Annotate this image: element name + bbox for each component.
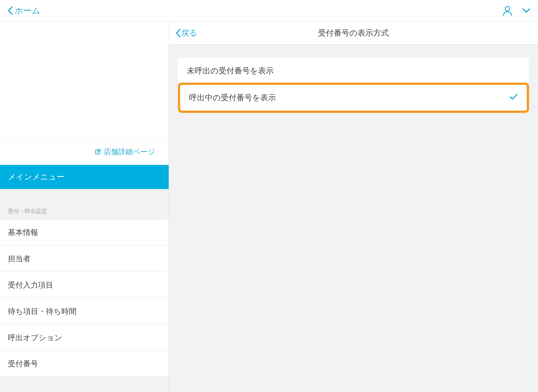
app-header: ホーム [0,0,538,22]
main-menu-label: メインメニュー [8,172,64,182]
option-card-calling: 呼出中の受付番号を表示 [180,85,527,111]
sidebar-item-call-options[interactable]: 呼出オプション [0,324,169,351]
option-uncalled[interactable]: 未呼出の受付番号を表示 [178,58,529,84]
sidebar-gap [0,189,169,207]
home-link[interactable]: ホーム [8,5,40,17]
header-actions [503,6,530,16]
page-title: 受付番号の表示方式 [318,28,389,38]
content-pane: 戻る 受付番号の表示方式 未呼出の受付番号を表示 呼出中の受付番号を表示 [169,22,538,392]
back-button[interactable]: 戻る [176,28,197,38]
sidebar-item-wait-items[interactable]: 待ち項目・待ち時間 [0,298,169,324]
chevron-down-icon[interactable] [522,8,530,13]
content-header: 戻る 受付番号の表示方式 [169,22,538,45]
highlight-frame: 呼出中の受付番号を表示 [178,83,529,113]
sidebar-item-staff[interactable]: 担当者 [0,245,169,272]
sidebar-store-area [0,22,169,139]
sidebar-item-basic-info[interactable]: 基本情報 [0,219,169,245]
sidebar-item-label: 基本情報 [8,227,38,237]
external-link-icon [94,149,101,155]
sidebar-main-menu[interactable]: メインメニュー [0,165,169,189]
option-label: 呼出中の受付番号を表示 [189,92,276,103]
store-detail-link[interactable]: 店舗詳細ページ [0,139,169,165]
sidebar: 店舗詳細ページ メインメニュー 受付・呼出設定 基本情報 担当者 受付入力項目 … [0,22,169,392]
sidebar-item-input-fields[interactable]: 受付入力項目 [0,272,169,298]
store-detail-label: 店舗詳細ページ [104,147,155,157]
sidebar-section-label: 受付・呼出設定 [0,207,169,219]
sidebar-item-label: 担当者 [8,254,31,264]
option-calling[interactable]: 呼出中の受付番号を表示 [180,85,527,111]
sidebar-item-label: 呼出オプション [8,333,62,343]
svg-point-0 [505,6,510,11]
user-icon[interactable] [503,6,512,16]
option-card-uncalled: 未呼出の受付番号を表示 [178,58,529,84]
option-label: 未呼出の受付番号を表示 [187,66,274,76]
chevron-left-icon [176,29,181,37]
sidebar-item-reception-number[interactable]: 受付番号 [0,351,169,377]
main-layout: 店舗詳細ページ メインメニュー 受付・呼出設定 基本情報 担当者 受付入力項目 … [0,22,538,392]
chevron-left-icon [8,6,13,15]
sidebar-item-label: 受付入力項目 [8,280,53,290]
back-label: 戻る [181,28,197,38]
home-link-label: ホーム [15,5,40,17]
options-list: 未呼出の受付番号を表示 呼出中の受付番号を表示 [169,45,538,113]
sidebar-item-label: 待ち項目・待ち時間 [8,306,76,316]
sidebar-item-label: 受付番号 [8,359,38,369]
check-icon [509,93,518,102]
